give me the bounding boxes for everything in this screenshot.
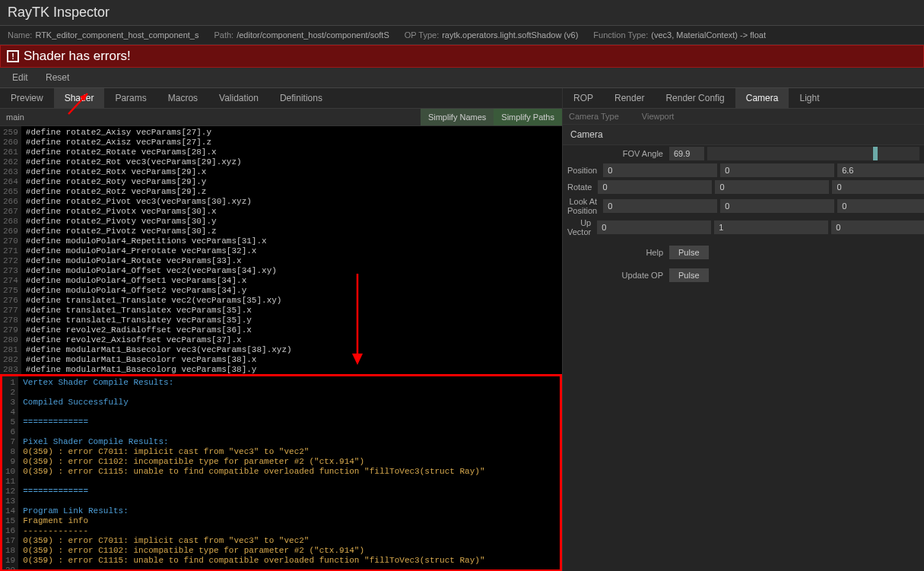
name-value: RTK_editor_component_host_component_s [35,30,198,40]
toolbar: Edit Reset [0,68,924,88]
error-content: Vertex Shader Compile Results: Compiled … [18,376,560,569]
functype-value: (vec3, MaterialContext) -> float [651,30,766,40]
code-gutter: 259 260 261 262 263 264 265 266 267 268 … [0,126,21,374]
position-row: Position [563,162,924,179]
edit-button[interactable]: Edit [5,69,36,86]
error-gutter: 1 2 3 4 5 6 7 8 9 10 11 12 13 14 15 16 1… [2,376,18,569]
tab-shader[interactable]: Shader [54,88,105,108]
rotate-x[interactable] [598,180,712,194]
tab-light[interactable]: Light [789,88,830,108]
upvec-y[interactable] [714,220,828,234]
rotate-row: Rotate [563,179,924,195]
position-x[interactable] [603,163,717,177]
fov-row: FOV Angle [563,145,924,162]
code-content: #define rotate2_Axisy vecParams[27].y #d… [21,126,562,374]
lookat-x[interactable] [603,199,717,213]
left-subbar: main Simplify Names Simplify Paths [0,109,562,126]
lookat-z[interactable] [837,199,924,213]
error-banner-text: Shader has errors! [24,49,131,64]
app-title: RayTK Inspector [8,5,110,20]
tab-rop[interactable]: ROP [563,88,604,108]
right-subbar: Camera Type Viewport [563,109,924,125]
rotate-z[interactable] [832,180,924,194]
update-pulse-button[interactable]: Pulse [669,268,709,282]
functype-label: Function Type: [593,30,648,40]
tab-render[interactable]: Render [604,88,655,108]
viewport-label[interactable]: Viewport [642,112,675,121]
optype-label: OP Type: [405,30,439,40]
simplify-names-button[interactable]: Simplify Names [421,109,494,125]
name-label: Name: [8,30,32,40]
help-label: Help [567,248,666,257]
optype-value: raytk.operators.light.softShadow (v6) [442,30,578,40]
tab-macros[interactable]: Macros [157,88,208,108]
tab-preview[interactable]: Preview [0,88,54,108]
camera-type-label[interactable]: Camera Type [569,112,619,121]
fov-slider[interactable] [707,147,919,160]
right-tabs: ROPRenderRender ConfigCameraLight [563,88,924,109]
path-label: Path: [214,30,233,40]
tab-definitions[interactable]: Definitions [269,88,333,108]
left-tabs: PreviewShaderParamsMacrosValidationDefin… [0,88,562,109]
tab-render-config[interactable]: Render Config [655,88,735,108]
tab-validation[interactable]: Validation [208,88,269,108]
main-area: PreviewShaderParamsMacrosValidationDefin… [0,88,924,571]
title-bar: RayTK Inspector [0,0,924,26]
error-icon: ! [7,50,19,62]
help-pulse-button[interactable]: Pulse [669,246,709,259]
lookat-y[interactable] [720,199,834,213]
fov-input[interactable] [669,147,704,160]
rotate-label: Rotate [567,182,595,192]
camera-section-header: Camera [563,125,924,145]
upvec-row: Up Vector [563,217,924,238]
code-editor[interactable]: 259 260 261 262 263 264 265 266 267 268 … [0,126,562,374]
position-label: Position [567,166,600,175]
lookat-row: Look At Position [563,195,924,217]
lookat-label: Look At Position [567,197,600,215]
tab-camera[interactable]: Camera [735,88,789,108]
left-panel: PreviewShaderParamsMacrosValidationDefin… [0,88,563,571]
info-bar: Name:RTK_editor_component_host_component… [0,26,924,45]
help-row: Help Pulse [563,244,924,261]
tab-params[interactable]: Params [104,88,157,108]
rotate-y[interactable] [715,180,829,194]
update-label: Update OP [567,271,666,280]
error-panel[interactable]: 1 2 3 4 5 6 7 8 9 10 11 12 13 14 15 16 1… [0,374,562,571]
main-label[interactable]: main [0,109,421,125]
position-y[interactable] [720,163,834,177]
path-value: /editor/component_host/component/softS [237,30,389,40]
right-panel: ROPRenderRender ConfigCameraLight Camera… [563,88,924,571]
fov-label: FOV Angle [567,149,666,158]
update-row: Update OP Pulse [563,267,924,284]
position-z[interactable] [837,163,924,177]
error-banner: ! Shader has errors! [0,45,924,68]
upvec-z[interactable] [831,220,924,234]
reset-button[interactable]: Reset [38,69,77,86]
upvec-x[interactable] [597,220,711,234]
upvec-label: Up Vector [567,218,594,236]
simplify-paths-button[interactable]: Simplify Paths [494,109,562,125]
